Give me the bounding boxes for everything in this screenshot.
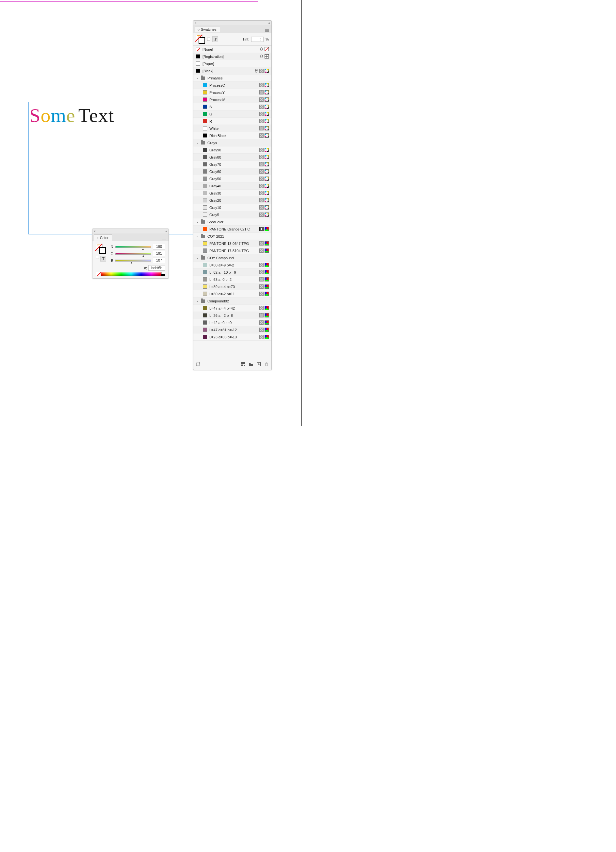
swatch-row[interactable]: L=26 a=-2 b=8: [193, 312, 271, 319]
chevron-down-icon[interactable]: ⌄: [196, 77, 199, 79]
chevron-down-icon[interactable]: ⌄: [196, 256, 199, 259]
swatch-row[interactable]: ProcessY: [193, 89, 271, 96]
close-icon[interactable]: ×: [94, 230, 96, 233]
swatch-row[interactable]: PANTONE 17-5104 TPG: [193, 247, 271, 254]
swatch-row[interactable]: ProcessC: [193, 82, 271, 89]
gray-icon: [259, 112, 264, 116]
swatch-row[interactable]: Gray10: [193, 204, 271, 211]
chevron-down-icon[interactable]: ⌄: [196, 141, 199, 144]
swatch-row[interactable]: Rich Black: [193, 132, 271, 139]
swatch-row[interactable]: White: [193, 125, 271, 132]
swatch-row[interactable]: Gray90: [193, 147, 271, 154]
fill-stroke-proxy[interactable]: T: [196, 35, 205, 44]
collapse-icon[interactable]: «: [268, 21, 270, 25]
cmyk-icon: [265, 198, 269, 202]
formatting-container-toggle[interactable]: [207, 38, 210, 41]
panel-menu-icon[interactable]: [265, 27, 270, 31]
swatch-row[interactable]: ProcessM: [193, 96, 271, 103]
channel-label: B: [109, 258, 113, 263]
swatch-row[interactable]: L=47 a=31 b=-12: [193, 326, 271, 334]
swatch-row[interactable]: [None]: [193, 46, 271, 53]
add-to-swatches-icon[interactable]: [196, 362, 200, 367]
lock-icon: [254, 69, 258, 73]
swatch-row[interactable]: L=80 a=-9 b=-2: [193, 261, 271, 269]
swatch-row[interactable]: Gray40: [193, 183, 271, 190]
spectrum-ramp[interactable]: [96, 272, 165, 276]
swatch-group[interactable]: ⌄Grays: [193, 139, 271, 147]
tint-input[interactable]: 〉: [251, 36, 264, 42]
resize-grip[interactable]: [193, 368, 271, 370]
swatch-chip: [203, 313, 207, 317]
formatting-text-toggle[interactable]: T: [212, 36, 218, 42]
tab-swatches[interactable]: ◇ Swatches: [195, 26, 220, 32]
gray-icon: [259, 133, 264, 137]
trash-icon[interactable]: [264, 362, 269, 367]
swatch-name: L=80 a=-2 b=11: [209, 292, 257, 296]
swatch-row[interactable]: Gray60: [193, 168, 271, 175]
hex-input[interactable]: bebf6b: [148, 265, 165, 271]
swatch-row[interactable]: [Paper]: [193, 60, 271, 67]
swatch-row[interactable]: R: [193, 118, 271, 125]
close-icon[interactable]: ×: [195, 21, 197, 25]
chevron-down-icon[interactable]: ⌄: [196, 235, 199, 238]
new-color-group-icon[interactable]: [241, 362, 245, 367]
new-swatch-icon[interactable]: [256, 362, 261, 367]
swatch-row[interactable]: L=80 a=-2 b=11: [193, 290, 271, 298]
swatch-group[interactable]: ⌄Primaries: [193, 74, 271, 82]
formatting-text-toggle[interactable]: T: [100, 256, 106, 261]
cmyk-icon: [265, 213, 269, 217]
swatch-row[interactable]: L=42 a=0 b=0: [193, 319, 271, 326]
swatch-row[interactable]: B: [193, 103, 271, 110]
swatch-group[interactable]: ⌄COY 2021: [193, 233, 271, 240]
swatch-row[interactable]: Gray20: [193, 197, 271, 204]
swatch-row[interactable]: Gray30: [193, 190, 271, 197]
swatch-row[interactable]: L=23 a=38 b=-13: [193, 334, 271, 341]
collapse-icon[interactable]: «: [165, 230, 167, 233]
swatch-row[interactable]: L=62 a=-10 b=-9: [193, 269, 271, 276]
channel-slider[interactable]: ▲: [115, 258, 151, 263]
channel-value[interactable]: 190: [153, 244, 165, 249]
swatch-name: G: [209, 112, 257, 116]
swatch-row[interactable]: [Black]: [193, 67, 271, 74]
text-content[interactable]: SomeText: [29, 104, 114, 127]
swatch-name: L=47 a=31 b=-12: [209, 328, 257, 332]
panel-menu-icon[interactable]: [162, 235, 167, 239]
channel-value[interactable]: 191: [153, 251, 165, 256]
panel-titlebar[interactable]: × «: [193, 21, 271, 25]
new-folder-icon[interactable]: [249, 362, 253, 367]
none-color[interactable]: [96, 272, 101, 276]
swatch-chip: [203, 155, 207, 159]
swatch-row[interactable]: Gray80: [193, 154, 271, 161]
channel-slider[interactable]: ▲: [115, 252, 151, 256]
swatch-row[interactable]: [Registration]: [193, 53, 271, 60]
swatch-name: L=62 a=-10 b=-9: [209, 270, 257, 274]
chevron-down-icon[interactable]: ⌄: [196, 221, 199, 223]
swatch-row[interactable]: L=89 a=-4 b=70: [193, 283, 271, 290]
svg-rect-3: [241, 364, 242, 366]
swatch-row[interactable]: L=47 a=-4 b=42: [193, 305, 271, 312]
swatch-row[interactable]: Gray5: [193, 211, 271, 218]
swatch-row[interactable]: Gray70: [193, 161, 271, 168]
swatch-row[interactable]: PANTONE Orange 021 C: [193, 226, 271, 233]
fill-stroke-proxy[interactable]: T: [96, 244, 106, 254]
swatch-row[interactable]: PANTONE 13-0647 TPG: [193, 240, 271, 247]
tab-color[interactable]: ◇ Color: [94, 234, 112, 241]
swatch-group[interactable]: ⌄Compound02: [193, 298, 271, 305]
swatch-name: Gray50: [209, 177, 257, 181]
swatch-group[interactable]: ⌄SpotColor: [193, 218, 271, 226]
swatch-name: [Registration]: [202, 54, 257, 59]
swatch-group[interactable]: ⌄COY Compound: [193, 254, 271, 261]
swatch-row[interactable]: L=63 a=0 b=2: [193, 276, 271, 283]
channel-value[interactable]: 107: [153, 258, 165, 263]
gray-icon: [259, 169, 264, 174]
formatting-container-toggle[interactable]: [96, 256, 99, 259]
panel-titlebar[interactable]: × «: [92, 229, 169, 233]
swatch-row[interactable]: Gray50: [193, 175, 271, 183]
swatches-list[interactable]: [None][Registration][Paper][Black]⌄Prima…: [193, 46, 271, 360]
black-chip[interactable]: [161, 274, 165, 276]
swatch-row[interactable]: G: [193, 110, 271, 118]
chevron-down-icon[interactable]: ⌄: [196, 299, 199, 302]
channel-slider[interactable]: ▲: [115, 245, 151, 249]
white-chip[interactable]: [161, 272, 165, 274]
swatch-chip: [203, 162, 207, 166]
